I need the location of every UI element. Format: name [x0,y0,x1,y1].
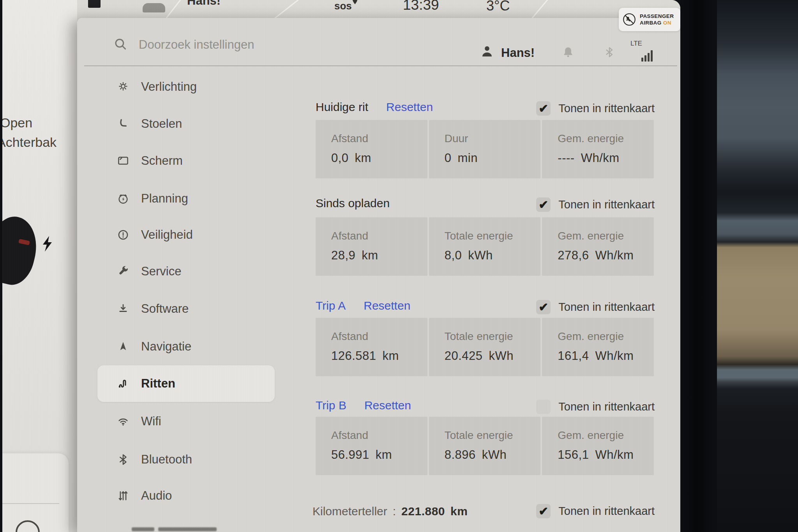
stat-cell: Gem. energie ----Wh/km [542,120,654,178]
sidebar-item-label: Planning [141,192,188,206]
stat-cell: Totale energie 20.425kWh [429,318,541,376]
sidebar-item-service[interactable]: Service [97,253,275,290]
stat-cell: Afstand 56.991km [316,417,427,475]
stat-label: Totale energie [445,429,541,442]
stat-value: 0,0 [331,151,349,165]
notifications-bell-icon [561,45,575,59]
stat-value: 56.991 [331,448,369,462]
stat-value: 20.425 [445,349,483,363]
stat-cell: Afstand 0,0km [316,120,427,178]
map-road [266,0,310,20]
checkbox[interactable] [536,400,551,414]
sidebar-item-audio[interactable]: Audio [97,477,275,514]
stat-value: 8.896 [445,448,476,462]
wifi-icon [116,414,130,428]
signal-strength-icon [641,50,653,62]
show-on-trips-map-row: Tonen in rittenkaart [536,504,655,518]
card-divider [2,503,59,504]
open-label[interactable]: Open [2,113,56,132]
status-temperature: 3°C [486,0,510,14]
sidebar-item-label: Wifi [141,414,161,428]
checkbox-label: Tonen in rittenkaart [558,400,655,413]
stat-label: Totale energie [445,230,541,242]
stat-cell: Totale energie 8.896kWh [429,417,541,475]
odometer-separator: : [393,505,396,518]
stat-unit: Wh/km [595,448,634,462]
charge-bolt-icon[interactable] [40,235,55,252]
stat-unit: min [457,151,477,165]
stat-cell: Gem. energie 278,6Wh/km [542,217,654,276]
sidebar-item-label: Verlichting [141,80,197,94]
section-title: Trip A [316,299,346,312]
status-sos: sos [334,0,357,12]
odometer-value: 221.880 [401,505,445,518]
stat-value: 8,0 [445,248,462,262]
checkbox[interactable] [536,101,551,116]
scheduling-icon [116,192,130,206]
show-on-trips-map-row: Tonen in rittenkaart [536,400,655,414]
section-title: Huidige rit [316,100,368,114]
header-divider [84,65,677,66]
checkbox[interactable] [536,197,551,212]
stat-label: Gem. energie [558,429,654,442]
stat-value: ---- [558,151,574,165]
lights-icon [116,80,130,94]
sidebar-item-verlichting[interactable]: Verlichting [97,69,275,105]
checkbox[interactable] [536,504,551,518]
software-icon [116,302,130,316]
bluetooth-status-icon [603,46,616,58]
search-icon [112,36,129,52]
reset-link[interactable]: Resetten [364,399,411,412]
section-title: Trip B [316,399,346,412]
sidebar-item-label: Software [141,302,189,316]
tesla-touchscreen: Open Achterbak Hans! sos [2,0,680,532]
sidebar-item-label: Navigatie [141,340,191,354]
stat-cell: Gem. energie 161,4Wh/km [542,318,654,376]
show-on-trips-map-row: Tonen in rittenkaart [536,197,655,212]
sidebar-item-wifi[interactable]: Wifi [97,403,275,440]
reset-link[interactable]: Resetten [364,299,410,312]
sidebar-item-navigatie[interactable]: Navigatie [97,328,275,365]
sidebar-item-planning[interactable]: Planning [97,180,275,217]
stat-value: 161,4 [558,349,589,363]
stat-cell: Totale energie 8,0kWh [429,217,541,276]
trip-table-sinds-opladen: Afstand 28,9km Totale energie 8,0kWh Gem… [316,217,654,276]
car-render [2,212,43,289]
stat-value: 0 [445,151,452,165]
stat-value: 28,9 [331,248,355,262]
stat-unit: km [383,349,399,363]
sidebar-item-ritten[interactable]: Ritten [97,365,275,402]
sidebar-item-bluetooth[interactable]: Bluetooth [97,441,275,478]
magnifier-control[interactable] [16,520,40,532]
profile-name[interactable]: Hans! [501,46,535,60]
search-input[interactable] [138,36,342,54]
profile-icon[interactable] [479,44,495,59]
trunk-control[interactable]: Open Achterbak [2,113,56,152]
sidebar-item-label: Scherm [141,154,183,168]
airbag-state: ON [663,20,671,26]
airbag-line2: AIRBAG [640,20,662,26]
checkbox-label: Tonen in rittenkaart [558,198,655,211]
reset-link[interactable]: Resetten [386,100,433,114]
stat-label: Gem. energie [558,230,654,242]
stat-label: Gem. energie [558,132,654,145]
seat-icon [116,117,130,131]
stat-label: Afstand [331,230,427,242]
map-pin-icon [353,0,357,4]
trip-table-trip-b: Afstand 56.991km Totale energie 8.896kWh… [316,417,654,475]
sidebar-item-veiligheid[interactable]: Veiligheid [97,217,275,253]
trips-icon [116,377,130,391]
checkbox[interactable] [536,300,551,314]
sidebar-item-label: Bluetooth [141,453,192,467]
sidebar-item-label: Veiligheid [141,228,193,242]
sidebar-item-scherm[interactable]: Scherm [97,143,275,179]
sidebar-item-software[interactable]: Software [97,291,275,327]
service-icon [116,264,130,278]
stat-unit: Wh/km [595,349,634,363]
stat-cell: Gem. energie 156,1Wh/km [542,417,654,475]
checkbox-label: Tonen in rittenkaart [558,301,655,314]
sidebar-item-stoelen[interactable]: Stoelen [97,106,275,142]
cutoff-sidebar-item [158,527,217,531]
trunk-label[interactable]: Achterbak [2,132,56,152]
section-title: Sinds opladen [316,197,390,210]
